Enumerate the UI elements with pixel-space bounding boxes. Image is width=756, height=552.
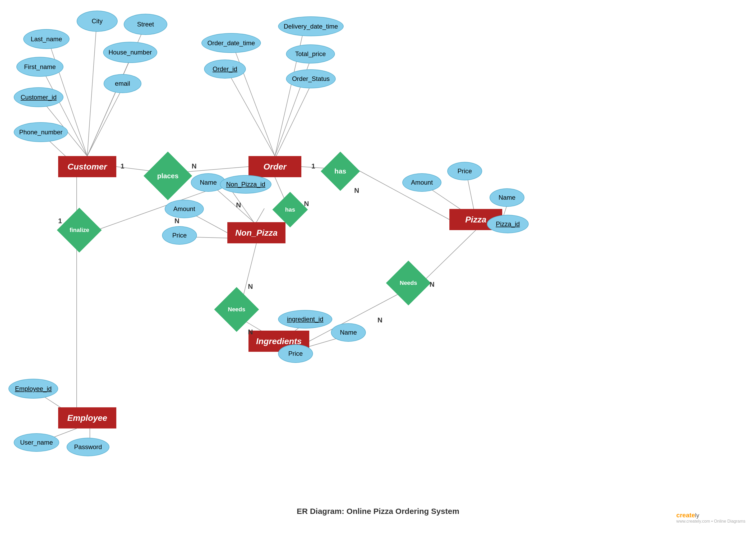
cardinality-3: 1 [58,217,62,225]
attr-email: email [104,74,142,93]
relationship-places: places [144,152,192,200]
cardinality-2: N [192,162,197,170]
relationship-finalize: finalize [57,208,102,253]
entity-employee: Employee [58,407,116,428]
attr-user-name: User_name [14,433,59,452]
attr-phone-number: Phone_number [14,122,68,142]
attr-order-id: Order_id [204,59,246,79]
svg-line-4 [42,68,87,156]
cardinality-6: N [354,186,359,195]
attr-street: Street [124,14,167,35]
attr-pizza-price: Price [447,162,482,180]
attr-first-name: First_name [16,57,63,77]
cardinality-9: N [248,282,253,291]
attr-last-name: Last_name [23,29,69,49]
svg-line-13 [233,44,275,156]
entity-order: Order [248,156,301,177]
relationship-needs-pizza: Needs [386,261,431,305]
attr-nonpizza-id: Non_Pizza_id [220,175,271,193]
creately-logo: creately www.creately.com • Online Diagr… [677,512,745,524]
attr-ingredient-name: Name [331,323,366,342]
svg-line-6 [87,85,124,156]
attr-password: Password [66,438,110,456]
footer-title: ER Diagram: Online Pizza Ordering System [297,507,459,516]
cardinality-12: N [377,316,382,324]
cardinality-8: N [304,200,309,208]
attr-pizza-amount: Amount [402,173,441,192]
attr-nonpizza-price: Price [162,226,197,245]
cardinality-10: N [248,328,253,336]
attr-pizza-id: Pizza_id [487,215,529,233]
attr-customer-id: Customer_id [14,87,63,107]
cardinality-4: N [174,217,180,225]
svg-line-0 [87,21,97,156]
attr-order-date-time: Order_date_time [201,33,261,53]
cardinality-7: N [236,201,241,209]
svg-line-17 [275,81,313,159]
attr-house-number: House_number [103,42,157,63]
diagram-container: Customer Order Pizza Non_Pizza Employee … [0,0,756,529]
svg-line-14 [227,70,275,156]
relationship-needs-nonpizza: Needs [214,287,259,332]
attr-nonpizza-amount: Amount [165,200,204,218]
entity-customer: Customer [58,156,116,177]
attr-employee-id: Employee_id [8,379,58,399]
attr-delivery-date-time: Delivery_date_time [278,16,344,36]
cardinality-11: N [429,280,434,289]
attr-pizza-name: Name [490,188,525,207]
svg-line-20 [275,177,284,198]
attr-city: City [77,11,118,32]
cardinality-5: 1 [312,162,315,170]
svg-line-32 [423,230,476,282]
attr-ingredient-price: Price [278,344,313,363]
attr-ingredient-id: ingredient_id [278,310,332,328]
svg-line-21 [256,209,264,222]
attr-total-price: Total_price [286,44,335,63]
cardinality-1: 1 [121,162,124,170]
attr-order-status: Order_Status [286,69,336,88]
entity-non-pizza: Non_Pizza [227,222,286,243]
svg-line-2 [87,54,132,156]
relationship-has-order-pizza: has [321,152,360,191]
